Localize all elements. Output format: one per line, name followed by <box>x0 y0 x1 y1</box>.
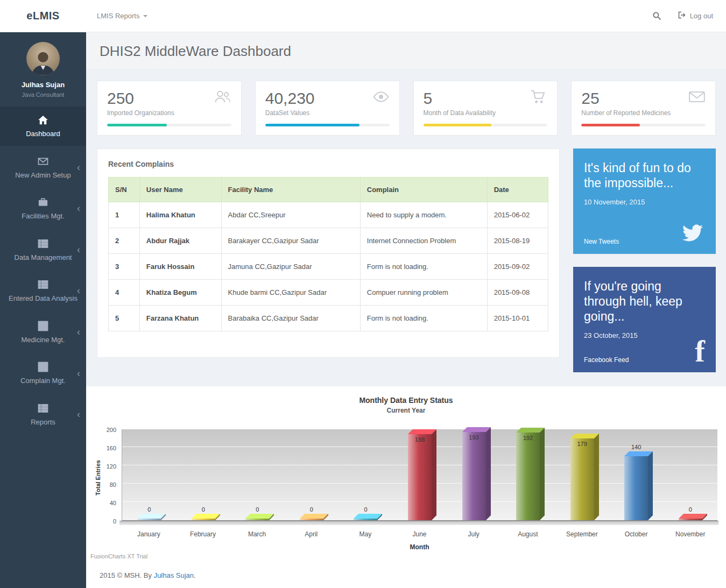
topbar: eLMIS LMIS Reports Log out <box>0 0 726 32</box>
bar-value-label: 188 <box>408 436 432 443</box>
twitter-icon <box>680 223 705 245</box>
topbar-actions: Log out <box>652 11 726 21</box>
nav-lmis-reports[interactable]: LMIS Reports <box>97 12 147 20</box>
table-cell: Jamuna CC,Gazipur Sadar <box>221 254 360 280</box>
sidebar-item-medicine-mgt[interactable]: Medicine Mgt.‹ <box>0 313 86 352</box>
sidebar-item-new-admin-setup[interactable]: New Admin Setup‹ <box>0 148 86 187</box>
chevron-left-icon: ‹ <box>77 245 80 254</box>
user-profile[interactable]: Julhas Sujan Java Consultant <box>0 32 86 107</box>
social-column: It's kind of fun to do the impossible...… <box>573 148 716 372</box>
chevron-left-icon: ‹ <box>77 286 80 295</box>
chart-bar-october[interactable]: 140 <box>624 456 648 520</box>
fusioncharts-watermark: FusionCharts XT Trial <box>90 553 726 559</box>
x-axis-title: Month <box>122 543 717 551</box>
stat-label: Imported Organizations <box>107 109 231 117</box>
table-row: 2Abdur RajjakBarakayer CC,Gazipur SadarI… <box>109 228 548 254</box>
column-header: Complain <box>360 178 487 202</box>
facebook-quote: If you're going through hell, keep going… <box>584 279 705 324</box>
chart-bar-may[interactable]: 0 <box>354 519 377 520</box>
gridline <box>122 428 717 429</box>
stat-card-number-of-reported-medicines: 25Number of Reported Medicines <box>571 81 716 136</box>
grid-icon <box>38 362 48 372</box>
caret-down-icon <box>143 15 147 17</box>
search-icon[interactable] <box>652 11 661 20</box>
sidebar-item-label: Facilities Mgt. <box>5 211 81 221</box>
table-row: 3Faruk HossainJamuna CC,Gazipur SadarFor… <box>109 254 548 280</box>
x-tick-label: October <box>609 530 664 538</box>
table-cell: Faruk Hossain <box>139 254 221 280</box>
nav-lmis-reports-label: LMIS Reports <box>97 12 139 20</box>
sidebar-item-facilities-mgt[interactable]: Facilities Mgt.‹ <box>0 189 86 228</box>
table-header-row: S/NUser NameFacility NameComplainDate <box>109 178 548 202</box>
logout-label: Log out <box>690 12 713 20</box>
sidebar-item-dashboard[interactable]: Dashboard <box>0 107 86 146</box>
stat-value: 40,230 <box>265 89 315 108</box>
stat-progress-fill <box>107 124 167 126</box>
y-tick-label: 120 <box>93 463 116 470</box>
table-cell: 1 <box>109 202 140 228</box>
y-tick-label: 200 <box>93 427 116 433</box>
chevron-left-icon: ‹ <box>77 409 80 419</box>
x-tick-label: March <box>230 530 284 538</box>
sidebar-item-data-management[interactable]: Data Management‹ <box>0 230 86 270</box>
x-axis-labels: JanuaryFebruaryMarchAprilMayJuneJulyAugu… <box>122 530 717 538</box>
stat-progress-track <box>424 124 548 126</box>
chart-bar-august[interactable]: 192 <box>516 433 540 520</box>
home-icon <box>38 115 48 125</box>
stat-label: Number of Reported Medicines <box>581 109 706 117</box>
table-cell: Farzana Khatun <box>139 306 221 331</box>
stat-card-month-of-data-availability: 5Month of Data Availability <box>413 81 558 136</box>
list-icon <box>38 238 48 249</box>
y-tick-label: 40 <box>93 500 116 506</box>
app-logo[interactable]: eLMIS <box>0 10 86 22</box>
footer-suffix: . <box>194 571 196 579</box>
chart-bar-january[interactable]: 0 <box>137 519 161 520</box>
sidebar-item-reports[interactable]: Reports‹ <box>0 395 86 434</box>
stats-row: 250Imported Organizations40,230DataSet V… <box>97 81 716 136</box>
stat-card-dataset-values: 40,230DataSet Values <box>255 81 400 136</box>
x-tick-label: June <box>392 530 447 538</box>
recent-complains-card: Recent Complains S/NUser NameFacility Na… <box>97 148 560 358</box>
logout-button[interactable]: Log out <box>678 11 713 21</box>
facebook-label: Facebook Feed <box>584 356 629 364</box>
monthly-data-entry-chart: Monthly Data Entry Status Current Year T… <box>86 386 726 563</box>
chart-title: Monthly Data Entry Status <box>86 396 726 405</box>
chart-plot-area: 000001881931921791400 <box>122 429 717 521</box>
dashboard-content: 250Imported Organizations40,230DataSet V… <box>86 70 726 386</box>
bar-value-label: 0 <box>192 506 215 513</box>
footer-author-link[interactable]: Julhas Sujan <box>154 571 194 579</box>
sidebar-item-label: Medicine Mgt. <box>5 335 81 345</box>
chart-bar-march[interactable]: 0 <box>245 519 269 520</box>
table-cell: Barakayer CC,Gazipur Sadar <box>221 228 360 254</box>
sidebar-item-complain-mgt[interactable]: Complain Mgt.‹ <box>0 353 86 393</box>
bar-side-face <box>486 427 491 520</box>
facebook-card[interactable]: If you're going through hell, keep going… <box>573 267 716 372</box>
stat-label: DataSet Values <box>265 109 390 117</box>
tweet-quote: It's kind of fun to do the impossible... <box>584 160 705 190</box>
twitter-card[interactable]: It's kind of fun to do the impossible...… <box>573 148 716 254</box>
chart-bar-july[interactable]: 193 <box>462 432 486 520</box>
x-tick-label: August <box>501 530 555 538</box>
chart-bar-november[interactable]: 0 <box>679 519 702 520</box>
bar-value-label: 0 <box>300 506 323 513</box>
bar-value-label: 192 <box>516 435 540 441</box>
bar-value-label: 179 <box>570 441 594 447</box>
y-tick-label: 0 <box>93 518 116 525</box>
chevron-left-icon: ‹ <box>77 327 80 337</box>
logout-icon <box>678 11 686 21</box>
chart-bar-june[interactable]: 188 <box>408 434 432 520</box>
table-cell: Halima Khatun <box>139 202 221 228</box>
table-cell: 2015-10-01 <box>487 306 548 331</box>
tweet-label: New Tweets <box>584 238 619 245</box>
table-cell: Form is not loading. <box>360 306 487 331</box>
stat-value: 250 <box>107 89 134 108</box>
sidebar-item-entered-data-analysis[interactable]: Entered Data Analysis‹ <box>0 271 86 310</box>
chart-bar-february[interactable]: 0 <box>192 519 215 520</box>
y-tick-label: 160 <box>93 445 116 451</box>
bar-value-label: 0 <box>137 506 161 513</box>
grid-icon <box>38 321 48 331</box>
chart-bar-april[interactable]: 0 <box>300 519 323 520</box>
chart-bar-september[interactable]: 179 <box>570 438 594 520</box>
table-cell: 2015-08-19 <box>487 228 548 254</box>
stat-progress-track <box>107 124 231 126</box>
